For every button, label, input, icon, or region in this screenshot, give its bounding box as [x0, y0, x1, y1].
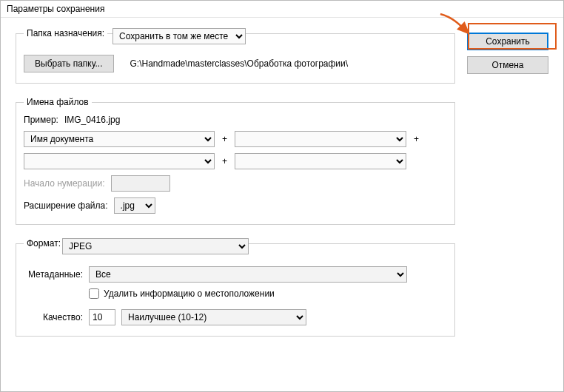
plus-2: + [412, 134, 420, 144]
plus-3: + [221, 156, 229, 166]
choose-folder-button[interactable]: Выбрать папку... [24, 55, 114, 72]
filename-part2-select[interactable] [235, 131, 406, 147]
filenames-legend: Имена файлов [24, 97, 92, 107]
quality-input[interactable] [89, 309, 115, 325]
filenames-group: Имена файлов Пример: IMG_0416.jpg Имя до… [16, 97, 455, 225]
window-title: Параметры сохранения [1, 1, 563, 18]
quality-label: Качество: [24, 312, 83, 322]
save-button[interactable]: Сохранить [467, 33, 548, 50]
remove-location-label: Удалить информацию о местоположении [104, 288, 275, 299]
plus-1: + [221, 134, 229, 144]
format-legend: Формат: [24, 238, 64, 249]
metadata-label: Метаданные: [24, 269, 83, 280]
filename-part3-select[interactable] [24, 153, 215, 169]
destination-legend: Папка назначения: [24, 28, 107, 38]
destination-mode-select[interactable]: Сохранить в том же месте [113, 28, 246, 44]
quality-preset-select[interactable]: Наилучшее (10-12) [121, 309, 306, 325]
extension-select[interactable]: .jpg [114, 197, 155, 214]
metadata-select[interactable]: Все [89, 266, 407, 283]
example-label: Пример: [24, 115, 58, 125]
start-number-input [111, 175, 170, 192]
destination-path: G:\Handmade\masterclasses\Обработка фото… [130, 58, 349, 69]
filename-part4-select[interactable] [235, 153, 406, 169]
format-group: Формат: JPEG Метаданные: Все Удалить инф… [16, 238, 455, 337]
remove-location-checkbox[interactable] [89, 288, 99, 299]
extension-label: Расширение файла: [24, 200, 108, 211]
filename-part1-select[interactable]: Имя документа [24, 131, 215, 147]
cancel-button[interactable]: Отмена [467, 56, 548, 74]
format-select[interactable]: JPEG [62, 238, 249, 254]
example-value: IMG_0416.jpg [64, 115, 120, 125]
dialog-window: Параметры сохранения Папка назначения: С… [0, 0, 564, 392]
destination-group: Папка назначения: Сохранить в том же мес… [16, 28, 455, 84]
start-number-label: Начало нумерации: [24, 178, 105, 189]
